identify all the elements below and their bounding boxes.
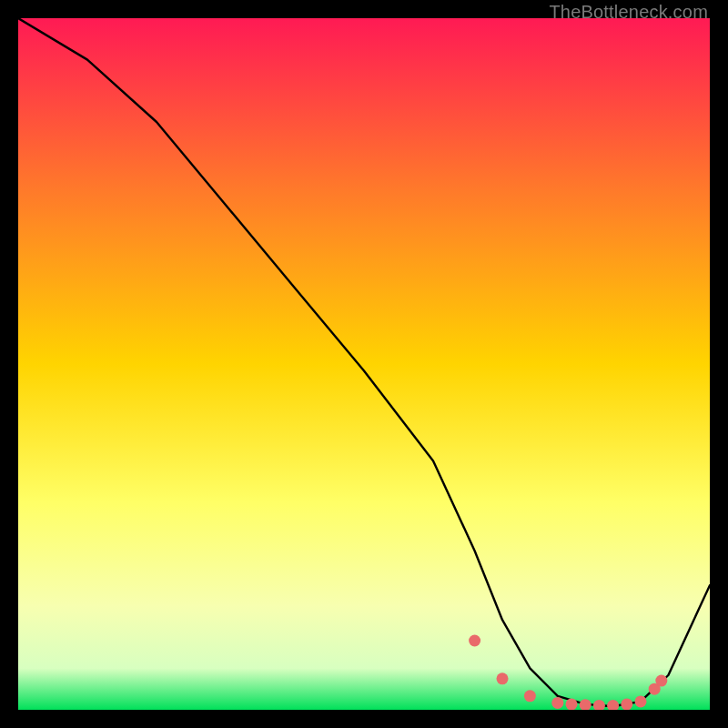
curve-marker	[469, 635, 480, 647]
curve-marker	[551, 697, 563, 709]
gradient-background	[18, 18, 710, 710]
watermark-text: TheBottleneck.com	[549, 2, 708, 23]
bottleneck-chart	[18, 18, 710, 710]
curve-marker	[524, 690, 536, 702]
curve-marker	[655, 675, 667, 687]
curve-marker	[497, 672, 509, 684]
curve-marker	[621, 698, 632, 710]
curve-marker	[566, 698, 578, 710]
curve-marker	[635, 695, 647, 707]
